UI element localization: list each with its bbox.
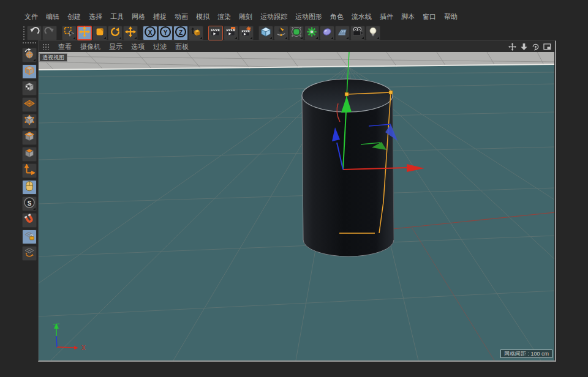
zoom-view-icon[interactable] xyxy=(520,43,528,51)
lock-y-axis-button[interactable]: Y xyxy=(158,26,173,40)
lock-z-axis-button[interactable]: Z xyxy=(173,26,188,40)
floor-button[interactable] xyxy=(335,26,350,40)
menu-file[interactable]: 文件 xyxy=(24,12,38,21)
toolbar-drag-handle[interactable] xyxy=(23,26,26,40)
enable-snap-button[interactable] xyxy=(22,213,37,228)
texture-mode-button[interactable] xyxy=(22,81,37,95)
workplane-rotate-icon xyxy=(24,247,35,260)
palette-drag-handle[interactable] xyxy=(22,42,37,45)
undo-button[interactable] xyxy=(27,26,42,40)
workplane-mode-button[interactable] xyxy=(22,97,37,112)
snap-button[interactable]: S xyxy=(22,196,37,211)
edges-mode-icon xyxy=(24,131,35,144)
add-cube-button[interactable] xyxy=(258,26,273,40)
lock-workplane-button[interactable] xyxy=(22,230,37,244)
polygons-mode-button[interactable] xyxy=(22,147,37,162)
menu-script[interactable]: 脚本 xyxy=(401,12,415,21)
z-axis-letter: Z xyxy=(179,30,183,36)
light-button[interactable] xyxy=(366,26,380,40)
render-settings-button[interactable] xyxy=(239,26,254,40)
generators-button[interactable] xyxy=(304,26,319,40)
scale-tool-button[interactable] xyxy=(92,26,107,40)
workplane-orientation-button[interactable] xyxy=(22,246,37,261)
points-mode-icon xyxy=(24,114,35,128)
spline-pen-button[interactable] xyxy=(274,26,288,40)
subdivision-surface-button[interactable] xyxy=(289,26,304,40)
subdivision-surface-icon xyxy=(291,26,302,40)
model-mode-icon xyxy=(24,65,35,78)
move-tool-button[interactable] xyxy=(77,26,92,40)
viewport-menu-view[interactable]: 查看 xyxy=(58,42,72,51)
pan-view-icon[interactable] xyxy=(508,43,516,51)
edges-mode-button[interactable] xyxy=(22,130,37,145)
render-settings-icon xyxy=(241,26,252,40)
viewport-menu-display[interactable]: 显示 xyxy=(109,42,123,51)
selection-handle-top-right[interactable] xyxy=(389,91,393,94)
viewport-menu-filter[interactable]: 过滤 xyxy=(153,42,167,51)
mode-palette: S xyxy=(22,42,37,261)
menu-pipeline[interactable]: 流水线 xyxy=(352,12,372,21)
selection-handle-top-left[interactable] xyxy=(345,92,349,96)
ground-plane xyxy=(39,64,554,360)
toggle-layout-icon[interactable] xyxy=(543,43,551,51)
menu-bar: 文件 编辑 创建 选择 工具 网格 捕捉 动画 模拟 渲染 雕刻 运动跟踪 运动… xyxy=(24,12,458,21)
menu-edit[interactable]: 编辑 xyxy=(46,12,59,21)
move-icon xyxy=(79,26,90,40)
viewport-menu-options[interactable]: 选项 xyxy=(131,42,145,51)
camera-button[interactable] xyxy=(350,26,365,40)
redo-button[interactable] xyxy=(42,26,57,40)
viewport-menu-cameras[interactable]: 摄像机 xyxy=(80,42,100,51)
scene-canvas: X xyxy=(39,52,554,360)
menu-character[interactable]: 角色 xyxy=(330,12,344,21)
view-label[interactable]: 透视视图 xyxy=(39,53,67,62)
viewport-drag-handle[interactable] xyxy=(42,43,50,50)
points-mode-button[interactable] xyxy=(22,114,37,129)
viewport-menu-bar: 查看 摄像机 显示 选项 过滤 面板 xyxy=(39,41,555,52)
cube-primitive-icon xyxy=(260,26,271,40)
viewport-solo-button[interactable] xyxy=(22,180,37,195)
volume-button[interactable] xyxy=(320,26,334,40)
rotate-view-icon[interactable] xyxy=(532,43,540,51)
enable-axis-button[interactable] xyxy=(22,163,37,178)
menu-animate[interactable]: 动画 xyxy=(175,12,188,21)
render-picture-viewer-button[interactable] xyxy=(224,26,238,40)
live-selection-button[interactable] xyxy=(62,26,77,40)
y-axis-letter: Y xyxy=(164,30,168,36)
viewport-nav-controls xyxy=(508,43,551,51)
live-selection-icon xyxy=(64,26,75,40)
lock-workplane-icon xyxy=(24,230,35,244)
menu-mograph[interactable]: 运动图形 xyxy=(295,12,322,21)
menu-help[interactable]: 帮助 xyxy=(444,12,458,21)
menu-motion-tracker[interactable]: 运动跟踪 xyxy=(260,12,287,21)
make-editable-button[interactable] xyxy=(22,48,37,62)
menu-create[interactable]: 创建 xyxy=(67,12,81,21)
cinema4d-app: { "menu_bar": { "items": ["文件","编辑","创建"… xyxy=(0,0,588,377)
snap-letter: S xyxy=(28,201,32,207)
menu-sculpt[interactable]: 雕刻 xyxy=(239,12,252,21)
rotate-icon xyxy=(110,26,121,40)
render-view-button[interactable] xyxy=(208,26,223,40)
model-mode-button[interactable] xyxy=(22,64,37,79)
enable-axis-icon xyxy=(24,164,35,177)
coordinate-system-button[interactable] xyxy=(189,26,203,40)
menu-snap[interactable]: 捕捉 xyxy=(153,12,167,21)
menu-tools[interactable]: 工具 xyxy=(110,12,124,21)
polygons-mode-icon xyxy=(24,147,35,161)
3d-scene[interactable]: 透视视图 网格间距 : 100 cm xyxy=(39,52,554,360)
move-free-icon xyxy=(125,26,136,40)
menu-window[interactable]: 窗口 xyxy=(423,12,436,21)
menu-simulate[interactable]: 模拟 xyxy=(196,12,209,21)
menu-render[interactable]: 渲染 xyxy=(217,12,231,21)
menu-mesh[interactable]: 网格 xyxy=(132,12,145,21)
menu-plugins[interactable]: 插件 xyxy=(380,12,393,21)
axis-indicator-x-label: X xyxy=(81,345,86,351)
menu-select[interactable]: 选择 xyxy=(89,12,102,21)
free-move-tool-button[interactable] xyxy=(123,26,138,40)
render-view-icon xyxy=(210,26,221,40)
rotate-tool-button[interactable] xyxy=(108,26,123,40)
workplane-mode-icon xyxy=(24,98,35,111)
magnet-icon xyxy=(24,214,35,227)
x-axis-letter: X xyxy=(148,30,153,36)
viewport-menu-panel[interactable]: 面板 xyxy=(175,42,189,51)
lock-x-axis-button[interactable]: X xyxy=(143,26,157,40)
